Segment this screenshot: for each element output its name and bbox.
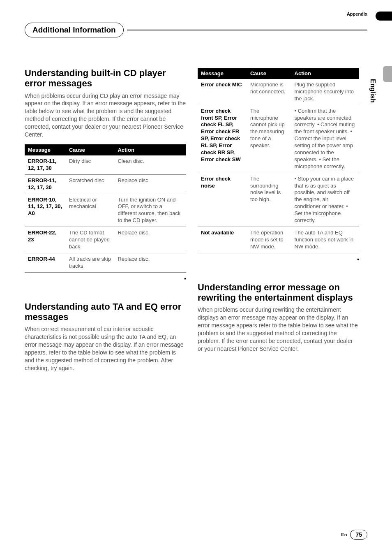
cell-msg: ERROR-22, 23 (25, 227, 66, 253)
cell-action: Turn the ignition ON and OFF, or switch … (114, 194, 186, 227)
right-column: Message Cause Action Error check MIC Mic… (198, 68, 359, 378)
header-black-tab (376, 12, 392, 21)
cell-msg: ERROR-10, 11, 12, 17, 30, A0 (25, 194, 66, 227)
cell-msg: Error check MIC (198, 79, 247, 105)
th-cause: Cause (66, 144, 114, 155)
cell-cause: Dirty disc (66, 155, 114, 174)
cell-action: Plug the supplied microphone securely in… (291, 79, 359, 105)
table-row: ERROR-11, 12, 17, 30 Scratched disc Repl… (25, 174, 186, 194)
cell-action: The auto TA and EQ function does not wor… (291, 227, 359, 253)
table-row: Error check MIC Microphone is not connec… (198, 79, 359, 105)
section-cd-errors: Understanding built-in CD player error m… (25, 68, 186, 282)
cell-action: Replace disc. (114, 174, 186, 194)
header-line (127, 30, 367, 30)
cell-cause: The operation mode is set to NW mode. (247, 227, 291, 253)
cell-cause: The CD format cannot be played back (66, 227, 114, 253)
cell-cause: The surrounding noise level is too high. (247, 173, 291, 227)
cell-msg: Error check front SP, Error check FL SP,… (198, 105, 247, 173)
section-rewrite-errors: Understanding error message on rewriting… (198, 282, 359, 353)
cell-msg: ERROR-11, 12, 17, 30 (25, 174, 66, 194)
appendix-label: Appendix (347, 12, 367, 16)
section-ta-eq-errors: Understanding auto TA and EQ error messa… (25, 301, 186, 372)
heading-rewrite-errors: Understanding error message on rewriting… (198, 282, 359, 303)
table-row: ERROR-44 All tracks are skip tracks Repl… (25, 253, 186, 272)
cell-cause: Electrical or mechanical (66, 194, 114, 227)
cell-action: • Confirm that the speakers are connecte… (291, 105, 359, 173)
cell-msg: Error check noise (198, 173, 247, 227)
side-language-label: English (369, 79, 376, 103)
table-row: Error check front SP, Error check FL SP,… (198, 105, 359, 173)
section-title: Additional Information (25, 23, 124, 37)
page-footer: En 75 (341, 530, 367, 540)
body-rewrite-errors: When problems occur during rewriting the… (198, 306, 359, 352)
th-cause: Cause (247, 68, 291, 79)
ta-eq-error-table: Message Cause Action Error check MIC Mic… (198, 68, 359, 253)
cell-cause: The microphone cannot pick up the measur… (247, 105, 291, 173)
table-row: Not available The operation mode is set … (198, 227, 359, 253)
section-ta-eq-table: Message Cause Action Error check MIC Mic… (198, 68, 359, 262)
section-title-wrap: Additional Information (25, 23, 367, 37)
cell-action: Clean disc. (114, 155, 186, 174)
cell-msg: Not available (198, 227, 247, 253)
footer-page-number: 75 (350, 530, 367, 540)
th-action: Action (291, 68, 359, 79)
footer-lang: En (341, 532, 347, 537)
table-row: Error check noise The surrounding noise … (198, 173, 359, 227)
cell-action: • Stop your car in a place that is as qu… (291, 173, 359, 227)
end-mark: ▪ (25, 275, 186, 282)
table-row: ERROR-11, 12, 17, 30 Dirty disc Clean di… (25, 155, 186, 174)
th-message: Message (25, 144, 66, 155)
heading-cd-errors: Understanding built-in CD player error m… (25, 68, 186, 89)
th-action: Action (114, 144, 186, 155)
table-row: ERROR-10, 11, 12, 17, 30, A0 Electrical … (25, 194, 186, 227)
left-column: Understanding built-in CD player error m… (25, 68, 186, 378)
body-cd-errors: When problems occur during CD play an er… (25, 92, 186, 139)
cell-action: Replace disc. (114, 227, 186, 253)
side-grey-tab (383, 66, 392, 82)
table-row: ERROR-22, 23 The CD format cannot be pla… (25, 227, 186, 253)
cell-msg: ERROR-11, 12, 17, 30 (25, 155, 66, 174)
cd-error-table: Message Cause Action ERROR-11, 12, 17, 3… (25, 144, 186, 273)
heading-ta-eq-errors: Understanding auto TA and EQ error messa… (25, 301, 186, 322)
content-columns: Understanding built-in CD player error m… (25, 68, 359, 378)
cell-cause: All tracks are skip tracks (66, 253, 114, 272)
body-ta-eq-errors: When correct measurement of car interior… (25, 325, 186, 372)
cell-cause: Scratched disc (66, 174, 114, 194)
end-mark: ▪ (198, 256, 359, 262)
th-message: Message (198, 68, 247, 79)
cell-action: Replace disc. (114, 253, 186, 272)
cell-msg: ERROR-44 (25, 253, 66, 272)
cell-cause: Microphone is not connected. (247, 79, 291, 105)
